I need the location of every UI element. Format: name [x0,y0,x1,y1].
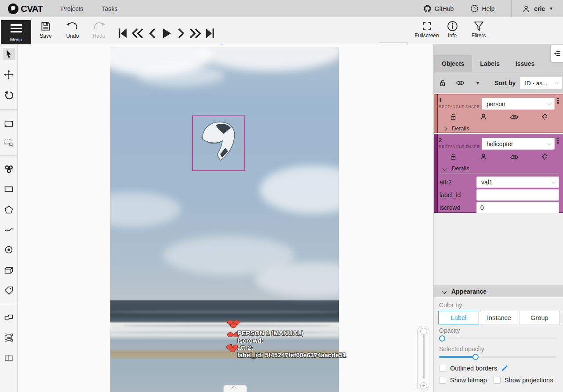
attribute-row-iscrowd: iscrowd [440,201,559,213]
group-tool[interactable] [3,331,15,344]
undo-label: Undo [66,33,79,39]
cvat-logo[interactable]: CVAT [8,4,43,14]
object-hide-button[interactable] [510,113,519,122]
undo-button[interactable]: Undo [60,21,85,43]
fullscreen-button[interactable]: Fullscreen [414,21,440,43]
chevron-down-icon [442,166,447,171]
first-frame-button[interactable] [116,27,129,40]
filters-button[interactable]: Filters [466,21,491,43]
object-more-icon[interactable]: ⋮ [554,97,562,104]
object-pin-button[interactable] [541,113,549,122]
selected-opacity-slider-handle[interactable] [472,354,479,360]
setup-tag-tool[interactable] [3,284,15,297]
object-item-helicopter[interactable]: 2 RECTANGLE SHAPE helicopter ⋮ Details a… [434,134,563,213]
lock-all-button[interactable] [434,79,451,87]
color-by-label-button[interactable]: Label [438,311,479,324]
attribute-attr2-select[interactable]: val1 [476,176,559,188]
nav-item-projects[interactable]: Projects [61,5,84,12]
hamburger-icon [11,22,22,34]
object-pin-button[interactable] [541,153,549,162]
tab-labels[interactable]: Labels [472,55,507,72]
save-button[interactable]: Save [33,21,58,43]
pin-icon [541,153,549,161]
canvas-workspace[interactable]: PERSON 1 (MANUAL) iscrowd: attr2: label_… [18,44,433,392]
object-lock-button[interactable] [449,113,457,122]
draw-rectangle-tool[interactable] [3,183,15,195]
opacity-slider-handle[interactable] [439,335,445,342]
zoom-plus-icon[interactable]: + [420,382,427,389]
menu-button[interactable]: Menu [1,20,31,44]
draw-points-tool[interactable] [3,244,15,256]
user-menu[interactable]: eric ▼ [522,5,553,13]
ai-tools-tool[interactable] [3,163,15,175]
helicopter-bounding-box[interactable] [192,115,245,171]
nav-item-tasks[interactable]: Tasks [102,5,118,12]
checkbox-icon [439,377,446,384]
last-frame-button[interactable] [203,27,217,40]
rotate-tool[interactable] [3,89,15,101]
merge-tool[interactable] [3,311,15,324]
outlined-borders-checkbox[interactable]: Outlined borders [439,364,509,372]
cursor-tool[interactable] [3,48,15,60]
image-setup-slider-handle[interactable] [420,328,427,335]
attribute-iscrowd-input[interactable] [476,202,559,213]
attribute-panel-expander[interactable] [223,385,247,392]
next-frame-icon [177,28,185,39]
object-item-person[interactable]: 1 RECTANGLE SHAPE person ⋮ Details [434,94,563,133]
info-button[interactable]: Info [441,21,464,43]
tab-issues[interactable]: Issues [508,55,543,72]
next-frame-button[interactable] [174,27,188,40]
opacity-slider[interactable] [439,336,557,341]
fullscreen-icon [421,21,432,32]
object-hide-button[interactable] [510,153,519,162]
show-projections-checkbox[interactable]: Show projections [494,377,553,384]
image-setup-slider[interactable]: + [417,326,429,392]
object-label-value: person [487,101,505,108]
lock-open-icon [439,79,447,87]
attribute-label-id-input[interactable] [476,189,559,201]
svg-text:?: ? [473,6,476,11]
username: eric [534,5,545,12]
appearance-header[interactable]: Appearance [434,285,563,297]
object-label-select[interactable]: helicopter [482,138,555,150]
color-by-group-button[interactable]: Group [519,311,560,324]
chevron-down-icon [555,80,559,85]
tab-objects[interactable]: Objects [434,55,472,72]
show-bitmap-checkbox[interactable]: Show bitmap [439,377,487,384]
collapse-sidebar-button[interactable] [551,45,563,62]
object-occluded-button[interactable] [479,153,487,162]
play-button[interactable] [160,27,173,40]
object-label-select[interactable]: person [482,98,555,110]
previous-frame-button[interactable] [146,27,159,40]
redo-button[interactable]: Redo [86,21,112,43]
object-actions [438,113,560,122]
backward-button[interactable] [131,27,144,40]
help-link[interactable]: ? Help [470,4,494,13]
chevron-down-icon [547,141,552,145]
selected-opacity-slider[interactable] [439,354,557,360]
forward-button[interactable] [189,27,202,40]
color-by-instance-button[interactable]: Instance [479,311,519,324]
object-lock-button[interactable] [449,153,457,162]
draw-polygon-tool[interactable] [3,204,15,216]
opacity-slider-rail [439,338,557,339]
github-link[interactable]: GitHub [423,4,454,13]
object-more-icon[interactable]: ⋮ [554,137,562,144]
toolbar-divider [0,109,18,110]
draw-cuboid-tool[interactable] [3,264,15,277]
object-details-toggle[interactable]: Details [443,125,469,132]
tooltip-title: PERSON 1 (MANUAL) [237,330,346,337]
split-tool[interactable] [3,352,15,364]
hide-all-button[interactable] [451,79,469,87]
object-occluded-button[interactable] [479,113,487,122]
fit-image-tool[interactable] [3,118,15,130]
expand-all-button[interactable]: ▼ [469,80,487,86]
sort-order-select[interactable]: ID - as... [520,76,562,90]
object-details-toggle[interactable]: Details [443,165,469,172]
caret-down-icon: ▼ [475,80,480,86]
move-tool[interactable] [3,68,15,81]
help-label: Help [482,5,494,12]
eyedropper-icon[interactable] [501,364,509,372]
draw-polyline-tool[interactable] [3,223,15,236]
select-roi-tool[interactable] [3,136,15,148]
